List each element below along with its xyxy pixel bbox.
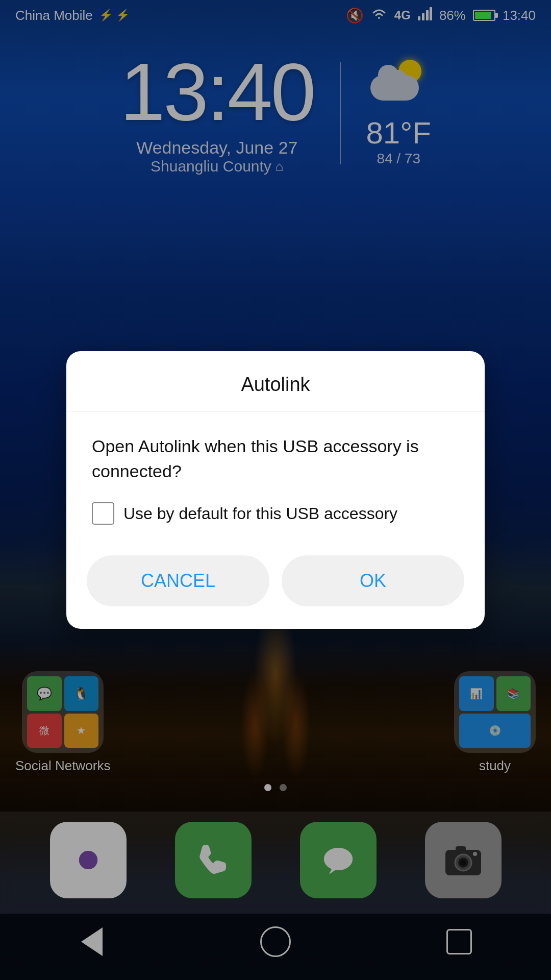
checkbox-label: Use by default for this USB accessory: [123, 504, 397, 523]
dialog-body: Open Autolink when this USB accessory is…: [66, 411, 485, 541]
ok-button[interactable]: OK: [282, 555, 464, 606]
modal-overlay: Autolink Open Autolink when this USB acc…: [0, 0, 551, 980]
default-checkbox[interactable]: [92, 502, 114, 525]
dialog-message: Open Autolink when this USB accessory is…: [92, 434, 459, 484]
dialog: Autolink Open Autolink when this USB acc…: [66, 351, 485, 629]
checkbox-row[interactable]: Use by default for this USB accessory: [92, 502, 459, 525]
cancel-button[interactable]: CANCEL: [87, 555, 269, 606]
dialog-buttons: CANCEL OK: [66, 540, 485, 629]
dialog-title: Autolink: [66, 351, 485, 411]
